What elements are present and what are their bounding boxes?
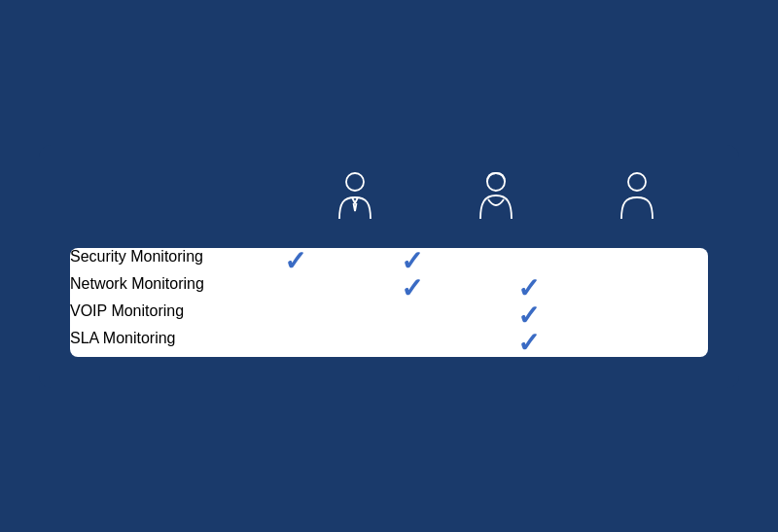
row-col3-0 xyxy=(517,248,634,275)
comparison-table: Security Monitoring✓✓Network Monitoring✓… xyxy=(70,248,708,357)
row-col1-2 xyxy=(284,302,401,330)
checkmark-icon: ✓ xyxy=(517,273,540,303)
row-col3-2: ✓ xyxy=(517,302,634,330)
row-col3-1: ✓ xyxy=(517,275,634,302)
checkmark-icon: ✓ xyxy=(284,248,306,276)
header xyxy=(70,168,708,236)
main-card: Security Monitoring✓✓Network Monitoring✓… xyxy=(39,145,739,388)
row-col3-3: ✓ xyxy=(517,330,634,357)
row-label-3: SLA Monitoring xyxy=(70,330,284,357)
checkmark-icon: ✓ xyxy=(401,273,423,303)
checkmark-icon: ✓ xyxy=(517,328,540,357)
checkmark-icon: ✓ xyxy=(401,248,423,276)
guest-user-icon xyxy=(579,168,695,229)
svg-point-0 xyxy=(346,173,364,191)
row-label-1: Network Monitoring xyxy=(70,275,284,302)
row-col1-0: ✓ xyxy=(284,248,401,275)
row-label-2: VOIP Monitoring xyxy=(70,302,284,330)
admin-user-icon xyxy=(297,168,413,229)
checkmark-icon: ✓ xyxy=(517,301,540,331)
table-grid: Security Monitoring✓✓Network Monitoring✓… xyxy=(70,248,708,357)
row-label-0: Security Monitoring xyxy=(70,248,284,275)
standard-user-icon xyxy=(438,168,554,229)
row-col2-3 xyxy=(401,330,517,357)
row-col2-0: ✓ xyxy=(401,248,517,275)
row-col2-2 xyxy=(401,302,517,330)
row-col2-1: ✓ xyxy=(401,275,517,302)
svg-point-2 xyxy=(628,173,646,191)
icon-columns xyxy=(284,168,708,236)
row-col1-3 xyxy=(284,330,401,357)
row-col1-1 xyxy=(284,275,401,302)
